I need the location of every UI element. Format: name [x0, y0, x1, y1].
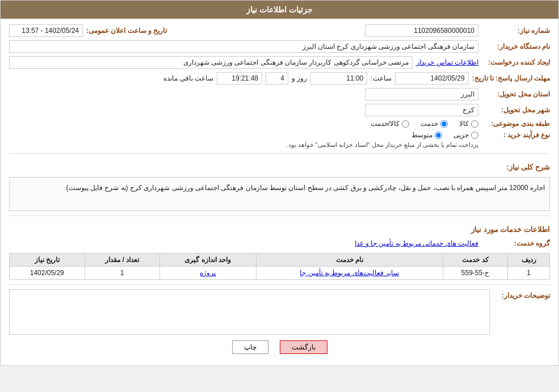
namdastgah-value: سازمان فرهنگی اجتماعی ورزشی شهرداری کرج …	[9, 40, 478, 53]
col-kod: کد خدمت	[443, 254, 507, 267]
cell-tedad: 1	[85, 267, 159, 280]
noefar-motavasset-label: متوسط	[411, 131, 432, 139]
tabaqe-kalakhadamat-label: کالا/خدمت	[371, 120, 400, 128]
mohlat-saat-label: ساعت:	[371, 74, 391, 82]
separator-1	[9, 153, 550, 154]
tozihat-label: توضیحات خریدار:	[493, 289, 550, 300]
mohlat-date: 1402/05/29	[395, 72, 469, 85]
mohlat-mande: 19:21:48	[217, 72, 262, 85]
mohlat-row: مهلت ارسال پاسخ: تا تاریخ: 1402/05/29 سا…	[9, 72, 550, 85]
ostan-row: استان محل تحویل: البرز	[9, 88, 550, 100]
separator-2	[9, 216, 550, 216]
shahr-row: شهر محل تحویل: کرج	[9, 104, 550, 116]
mohlat-saat: 11:00	[310, 72, 367, 85]
shomare-label: شماره نیاز:	[482, 27, 550, 35]
tabaqe-khadamat-item: خدمت	[421, 120, 448, 128]
noefar-jezvi-item: جزیی	[453, 131, 478, 139]
tarikh-value: 1402/05/24 - 13:57	[9, 24, 83, 37]
cell-tarikh: 1402/05/29	[10, 267, 85, 280]
tabaqe-khadamat-label: خدمت	[421, 120, 438, 128]
tabaqe-kalakhadamat-item: کالا/خدمت	[371, 120, 409, 128]
shomare-tarikh-row: شماره نیاز: 1102096580000010 تاریخ و ساع…	[9, 24, 550, 37]
tabaqe-kalakhadamat-radio[interactable]	[402, 120, 409, 128]
gorohe-label: گروه خدمت:	[482, 239, 550, 247]
sharh-label: شرح کلی نیاز:	[506, 163, 550, 171]
table-row: 1 ح-55-559 سایر فعالیت‌های مربوط به تأمی…	[10, 267, 550, 280]
shomare-value: 1102096580000010	[365, 24, 478, 37]
mohlat-rooz-label: روز و	[292, 74, 307, 82]
namdastgah-label: نام دستگاه خریدار:	[482, 43, 550, 50]
etelaat-link[interactable]: اطلاعات تماس خریدار	[416, 58, 478, 66]
tabaqe-kala-radio[interactable]	[471, 120, 478, 128]
table-header: ردیف کد خدمت نام خدمت واحد اندازه گیری ت…	[10, 254, 550, 267]
col-radif: ردیف	[508, 254, 550, 267]
content-area: شماره نیاز: 1102096580000010 تاریخ و ساع…	[1, 19, 558, 365]
col-tarikh: تاریخ نیاز	[10, 254, 85, 267]
back-button[interactable]: بازگشت	[280, 340, 327, 354]
tabaqe-khadamat-radio[interactable]	[440, 120, 448, 128]
tabaqe-kala-item: کالا	[459, 120, 478, 128]
gorohe-row: گروه خدمت: فعالیت های خدماتی مربوط به تأ…	[9, 239, 550, 247]
mohlat-rooz: 4	[266, 72, 288, 85]
tozihat-row: توضیحات خریدار:	[9, 289, 550, 335]
page-wrapper: جزئیات اطلاعات نیاز شماره نیاز: 11020965…	[0, 0, 559, 366]
cell-nam[interactable]: سایر فعالیت‌های مربوط به تأمین جا	[256, 267, 443, 280]
noefar-label: نوع فرآیند خرید :	[482, 131, 550, 139]
page-title: جزئیات اطلاعات نیاز	[246, 5, 313, 14]
table-body: 1 ح-55-559 سایر فعالیت‌های مربوط به تأمی…	[10, 267, 550, 280]
col-nam: نام خدمت	[256, 254, 443, 267]
gorohe-value[interactable]: فعالیت های خدماتی مربوط به تأمین جا و غذ…	[355, 239, 478, 247]
sharh-row: شرح کلی نیاز:	[9, 158, 550, 174]
noefar-jezvi-label: جزیی	[453, 131, 469, 139]
etelaat-khadamat-row: اطلاعات خدمات مورد نیاز	[9, 221, 550, 236]
col-vahed: واحد اندازه گیری	[159, 254, 256, 267]
ijadkonande-label: ایجاد کننده درخواست:	[482, 58, 550, 66]
ijadkonande-row: ایجاد کننده درخواست: اطلاعات تماس خریدار…	[9, 56, 550, 69]
mohlat-mande-label: ساعت باقی مانده	[163, 74, 213, 82]
noefar-jezvi-radio[interactable]	[471, 132, 478, 139]
noefar-radio-group: جزیی متوسط	[9, 131, 478, 139]
cell-kod: ح-55-559	[443, 267, 507, 280]
separator-3	[9, 284, 550, 285]
sharh-value: اجاره 12000 متر اسپیس همراه با نصب، حمل …	[66, 184, 545, 192]
mohlat-label: مهلت ارسال پاسخ: تا تاریخ:	[472, 74, 550, 82]
col-tedad: تعداد / مقدار	[85, 254, 159, 267]
tabaqe-kala-label: کالا	[459, 120, 469, 128]
cell-radif: 1	[508, 267, 550, 280]
services-table: ردیف کد خدمت نام خدمت واحد اندازه گیری ت…	[9, 253, 550, 280]
ijadkonande-value: مرتضی خراسانی گردکوهی کاربردار سازمان فر…	[9, 56, 413, 69]
noefar-row: نوع فرآیند خرید : جزیی متوسط پرداخت تمام…	[9, 131, 550, 149]
page-header: جزئیات اطلاعات نیاز	[1, 1, 558, 19]
header-row: ردیف کد خدمت نام خدمت واحد اندازه گیری ت…	[10, 254, 550, 267]
shahr-label: شهر محل تحویل:	[482, 106, 550, 114]
ostan-label: استان محل تحویل:	[482, 90, 550, 98]
shahr-value: کرج	[365, 104, 478, 116]
namdastgah-row: نام دستگاه خریدار: سازمان فرهنگی اجتماعی…	[9, 40, 550, 53]
print-button[interactable]: چاپ	[232, 340, 268, 354]
tozihat-textarea[interactable]	[9, 289, 490, 335]
etelaat-khadamat-label: اطلاعات خدمات مورد نیاز	[471, 225, 550, 234]
noefar-motavasset-radio[interactable]	[435, 132, 442, 139]
buttons-row: بازگشت چاپ	[9, 340, 550, 354]
tarikh-label: تاریخ و ساعت اعلان عمومی:	[86, 27, 167, 35]
tabaqe-row: طبقه بندی موضوعی: کالا خدمت کالا/خدمت	[9, 120, 550, 128]
noefar-desc: پرداخت تمام یا بخشی از مبلغ خریداز محل "…	[9, 141, 478, 149]
table-section: ردیف کد خدمت نام خدمت واحد اندازه گیری ت…	[9, 253, 550, 280]
tabaqe-label: طبقه بندی موضوعی:	[482, 120, 550, 128]
tabaqe-radio-group: کالا خدمت کالا/خدمت	[371, 120, 478, 128]
ostan-value: البرز	[365, 88, 478, 100]
noefar-motavasset-item: متوسط	[411, 131, 442, 139]
cell-vahed[interactable]: پروژه	[159, 267, 256, 280]
sharh-box: اجاره 12000 متر اسپیس همراه با نصب، حمل …	[9, 177, 550, 211]
